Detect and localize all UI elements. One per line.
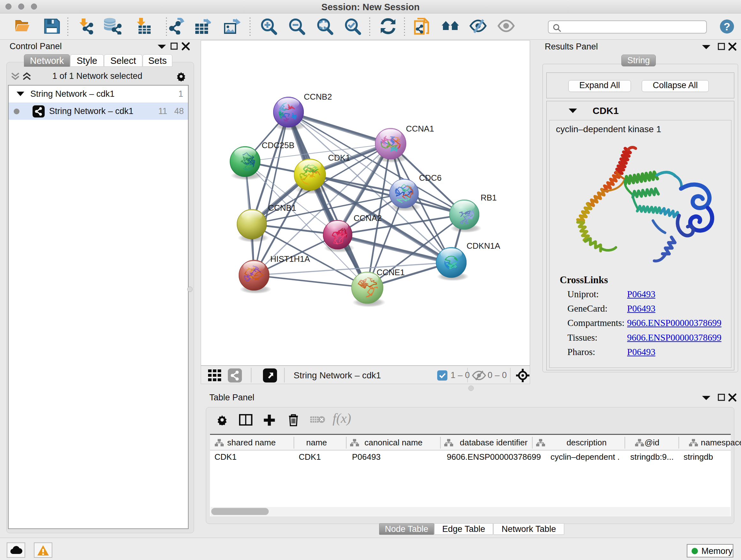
svg-text:CCNA2: CCNA2 [354,213,382,223]
svg-text:CCNB1: CCNB1 [268,203,296,212]
svg-text:HIST1H1A: HIST1H1A [270,254,310,264]
svg-text:RB1: RB1 [481,193,497,202]
svg-text:CDK1: CDK1 [328,153,350,163]
svg-text:CCNA1: CCNA1 [406,124,434,133]
svg-text:CDKN1A: CDKN1A [467,241,500,251]
svg-text:?: ? [724,20,731,33]
svg-text:CDC6: CDC6 [419,173,442,183]
svg-text:CCNE1: CCNE1 [377,267,405,277]
svg-text:CDC25B: CDC25B [262,140,294,150]
svg-text:CCNB2: CCNB2 [304,92,332,102]
